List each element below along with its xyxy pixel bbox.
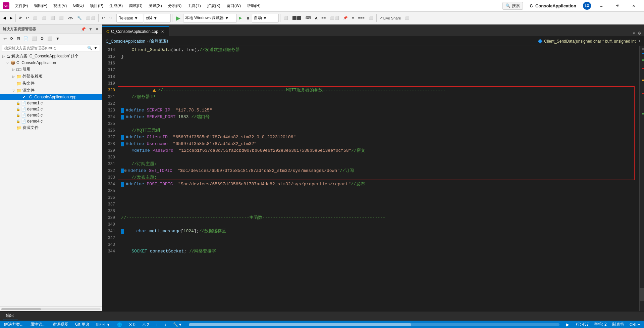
sidebar-item-demo3[interactable]: 🔒 📄 demo3.c [0,112,102,118]
status-git-btn[interactable]: Git 更改 [74,322,91,327]
toolbar-extra-7[interactable]: 📌 [341,15,350,21]
sidebar-close-icon[interactable]: ✕ [95,27,99,32]
toolbar-btn-6[interactable]: ⬜ [57,15,65,21]
breadcrumb-add-icon[interactable]: + [638,39,641,44]
redo-button[interactable]: ↪ [107,15,113,21]
pin-icon[interactable]: 📌 [80,27,87,32]
status-tools-icon[interactable]: 🔧▼ [172,322,183,327]
sidebar-item-demo4[interactable]: 🔒 📄 demo4.c [0,118,102,124]
back-button[interactable]: ◀ [1,15,7,21]
menu-git[interactable]: Git(G) [70,2,87,10]
breadcrumb-scope[interactable]: (全局范围) [149,38,168,44]
run-target-dropdown[interactable]: 本地 Windows 调试器 ▼ [183,14,237,22]
arch-dropdown[interactable]: x64 ▼ [144,14,171,22]
sidebar-refresh-btn[interactable]: ⟳ [9,36,15,42]
sidebar-item-resource-files[interactable]: 📁 资源文件 [0,124,102,131]
sidebar-item-header-files[interactable]: 📁 头文件 [0,80,102,87]
run-alt-button[interactable]: ▶ [237,15,244,21]
sidebar-item-demo2[interactable]: 🔒 📄 demo2.c [0,106,102,112]
toolbar-extra-5[interactable]: ≡≡ [320,15,327,21]
status-down-arrow[interactable]: ↓ [163,322,168,327]
sidebar-scrollbar[interactable] [0,307,102,311]
status-resource-btn[interactable]: 资源视图 [51,322,70,327]
sidebar-item-references[interactable]: ▷ □□ 引用 [0,66,102,73]
menu-help[interactable]: 帮助(H) [244,2,263,10]
toolbar-btn-9[interactable]: ⬜⬜ [84,15,97,21]
menu-build[interactable]: 生成(B) [107,2,125,10]
status-scroll-right[interactable]: ▶ [565,322,571,327]
code-content[interactable]: Client_SendData(buf, len);//发送数据到服务器 } /… [118,46,639,311]
auto-dropdown[interactable]: 自动 ▼ [252,14,279,22]
sidebar-item-cpp-file[interactable]: ✔+ C_ConsoleApplication.cpp [0,94,102,100]
menu-test[interactable]: 测试(S) [146,2,165,10]
search-dropdown-icon[interactable]: ▼ [94,46,98,50]
sidebar-extra-btn[interactable]: ⬜ [46,36,54,42]
sidebar-menu-icon[interactable]: ▼ [88,27,93,32]
config-dropdown[interactable]: Release ▼ [116,14,143,22]
tab-list-button[interactable]: ▾ [632,30,636,36]
code-editor[interactable]: 314 315 316 317 318 319 320 321 322 323 … [102,46,644,311]
toolbar-extra-6[interactable]: ⬜⬜ [328,15,341,21]
search-box[interactable]: 🔍 搜索 [502,2,523,10]
sidebar-item-external-deps[interactable]: ▷ 📁 外部依赖项 [0,73,102,80]
sidebar-extra-btn2[interactable]: ▼ [54,36,61,42]
toolbar-btn-4[interactable]: ⬜ [40,15,48,21]
sidebar-sync-btn[interactable]: ↩ [2,36,8,42]
undo-button[interactable]: ↩ [100,15,106,21]
live-share-button[interactable]: ↗ Live Share [378,15,403,21]
status-encoding[interactable]: 制表符 [611,322,626,327]
breadcrumb-project[interactable]: C_ConsoleApplication [106,39,145,44]
breadcrumb-func[interactable]: Client_SendData(unsigned char * buff, un… [544,39,636,44]
status-zoom[interactable]: 99 % ▼ [95,322,112,327]
menu-extensions[interactable]: 扩展(X) [204,2,223,10]
pause-button[interactable]: ⏸ [244,15,251,21]
toolbar-extra-9[interactable]: ≡≡≡ [357,15,366,21]
toolbar-btn-5[interactable]: ⬜ [49,15,57,21]
toolbar-extra-3[interactable]: ⌨ [304,15,313,21]
menu-edit[interactable]: 编辑(E) [31,2,50,10]
status-col-label[interactable]: 字符: 2 [593,322,608,327]
toolbar-btn-3[interactable]: ⬜ [31,15,39,21]
toolbar-btn-1[interactable]: ⟳ [17,15,23,21]
menu-view[interactable]: 视图(V) [51,2,69,10]
menu-file[interactable]: 文件(F) [12,2,31,10]
status-warnings[interactable]: ⚠ 2 [141,322,151,327]
minimap[interactable] [639,46,644,311]
status-properties-btn[interactable]: 属性管... [29,322,47,327]
sidebar-showfiles-btn[interactable]: 📄 [22,36,30,42]
status-schema-icon[interactable]: 🌐 [116,322,123,327]
close-button[interactable]: ✕ [626,0,641,12]
sidebar-settings-btn[interactable]: ⚙ [39,36,45,42]
sidebar-search-input[interactable] [4,46,86,50]
user-avatar[interactable]: LX [583,2,591,10]
menu-debug[interactable]: 调试(D) [126,2,145,10]
scrollbar-thumb[interactable] [640,288,644,301]
menu-tools[interactable]: 工具(T) [185,2,203,10]
tab-close-button[interactable]: ✕ [160,29,165,34]
toolbar-btn-7[interactable]: </> [66,15,75,21]
menu-analyze[interactable]: 分析(N) [165,2,184,10]
toolbar-btn-2[interactable]: ↩ [24,15,31,21]
status-row-col[interactable]: 行: 437 [575,322,590,327]
sidebar-item-demo1[interactable]: 🔒 📄 demo1.c [0,100,102,106]
minimize-button[interactable]: 🗕 [594,0,609,12]
status-line-ending[interactable]: CRLF [628,322,641,327]
toolbar-extra-11[interactable]: ⬜ [403,15,411,21]
maximize-button[interactable]: 🗗 [610,0,625,12]
sidebar-collapse-btn[interactable]: ⊟ [15,36,21,42]
status-solution-btn[interactable]: 解决方案... [3,322,25,327]
toolbar-extra-2[interactable]: ⬛⬛ [290,15,303,21]
toolbar-extra-10[interactable]: ⬜ [367,15,375,21]
sidebar-item-source-files[interactable]: ▽ 📁 源文件 [0,87,102,94]
status-up-arrow[interactable]: ↑ [154,322,159,327]
toolbar-btn-8[interactable]: 🔧 [75,15,84,21]
sidebar-item-solution[interactable]: ▷ 🗂 解决方案 'C_ConsoleApplication' (1个 [0,53,102,60]
menu-window[interactable]: 窗口(W) [224,2,244,10]
tab-cpp-file[interactable]: C C_ConsoleApplication.cpp ✕ [102,26,169,36]
toolbar-extra-1[interactable]: ⬜ [282,15,290,21]
run-button[interactable]: ▶ [174,13,182,23]
forward-button[interactable]: ▶ [8,15,14,21]
toolbar-extra-8[interactable]: ≡ [350,15,356,21]
tab-settings-button[interactable]: ⚙ [637,30,642,36]
menu-project[interactable]: 项目(P) [87,2,106,10]
